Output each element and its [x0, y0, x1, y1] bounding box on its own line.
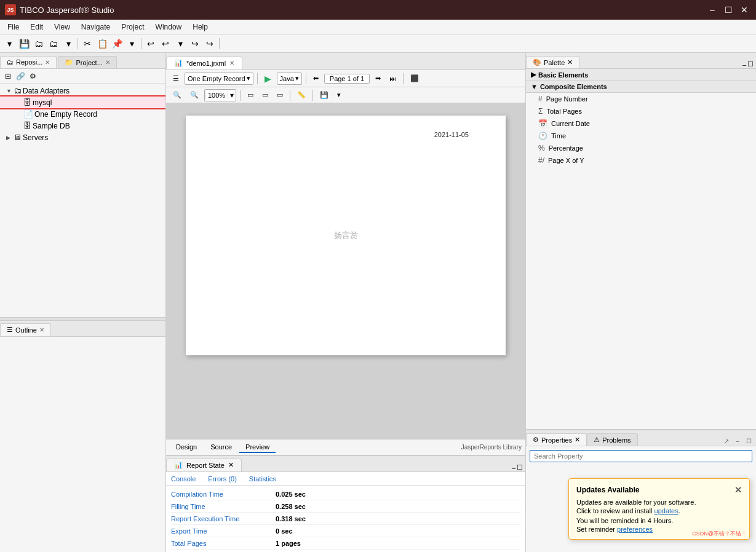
- tab-palette-close[interactable]: ✕: [567, 58, 573, 66]
- search-property-input[interactable]: [530, 450, 752, 462]
- palette-item-current-date[interactable]: 📅 Current Date: [526, 117, 756, 130]
- tab-source[interactable]: Source: [204, 442, 238, 453]
- toolbar-btn-12[interactable]: ↪: [203, 37, 217, 50]
- tab-palette[interactable]: 🎨 Palette ✕: [526, 56, 579, 68]
- link-btn[interactable]: 🔗: [15, 71, 26, 82]
- toolbar-btn-arrow[interactable]: ▾: [125, 37, 138, 50]
- toolbar-btn-11[interactable]: ↪: [188, 37, 202, 50]
- toolbar-btn-4[interactable]: 🗂: [47, 37, 60, 50]
- menu-project[interactable]: Project: [116, 22, 149, 33]
- tab-design[interactable]: Design: [170, 442, 203, 453]
- tab-project[interactable]: 📁 Project... ✕: [58, 56, 116, 68]
- rsp-maximize-btn[interactable]: ☐: [517, 463, 523, 471]
- menu-file[interactable]: File: [2, 22, 24, 33]
- palette-item-total-pages[interactable]: Σ Total Pages: [526, 105, 756, 117]
- page-layout-btn[interactable]: ☰: [170, 73, 182, 84]
- palette-item-page-number[interactable]: # Page Number: [526, 93, 756, 105]
- zoom-value: 100%: [205, 92, 228, 99]
- tab-report-state[interactable]: 📊 Report State ✕: [166, 459, 242, 471]
- subtab-errors[interactable]: Errors (0): [205, 474, 239, 484]
- menu-edit[interactable]: Edit: [25, 22, 48, 33]
- updates-close-btn[interactable]: ✕: [734, 485, 742, 495]
- dataset-dropdown[interactable]: One Empty Record ▾: [185, 73, 253, 85]
- tab-repository[interactable]: 🗂 Reposi... ✕: [0, 56, 57, 68]
- tree-item-mysql[interactable]: 🗄 mysql: [0, 97, 165, 108]
- menu-navigate[interactable]: Navigate: [76, 22, 115, 33]
- palette-maximize-btn[interactable]: ☐: [747, 60, 754, 68]
- tool-2[interactable]: ▭: [259, 90, 271, 100]
- prop-new-window-btn[interactable]: ↗: [722, 436, 731, 446]
- tab-repo-close[interactable]: ✕: [45, 59, 50, 66]
- run-btn[interactable]: ▶: [261, 73, 274, 85]
- menu-help[interactable]: Help: [188, 22, 213, 33]
- tab-preview[interactable]: Preview: [239, 442, 276, 453]
- menu-window[interactable]: Window: [151, 22, 187, 33]
- tree-item-servers[interactable]: ▶ 🖥 Servers: [0, 132, 165, 143]
- toolbar-btn-1[interactable]: ▾: [2, 37, 16, 50]
- oer-icon: 📄: [23, 109, 33, 119]
- more-btn[interactable]: ▾: [334, 90, 344, 100]
- tool-select[interactable]: ▭: [244, 90, 257, 100]
- bottom-tabs: Design Source Preview JasperReports Libr…: [166, 439, 525, 455]
- toolbar-btn-5[interactable]: ▾: [62, 37, 75, 50]
- toolbar-btn-6[interactable]: ✂: [81, 37, 94, 50]
- updates-line3: You will be reminded in 4 Hours.: [576, 517, 742, 524]
- tab-problems[interactable]: ⚠ Problems: [587, 433, 637, 446]
- tree-item-one-empty-record[interactable]: 📄 One Empty Record: [0, 108, 165, 120]
- palette-item-time[interactable]: 🕐 Time: [526, 130, 756, 142]
- preferences-link[interactable]: preferences: [617, 526, 653, 533]
- tree-item-sample-db[interactable]: 🗄 Sample DB: [0, 120, 165, 132]
- app-logo: JS: [5, 4, 16, 15]
- zoom-control[interactable]: 100% ▾: [204, 89, 236, 101]
- zoom-in-btn[interactable]: 🔍: [187, 90, 202, 100]
- nav-prev-page[interactable]: ⬅: [310, 73, 322, 84]
- toolbar-btn-10[interactable]: ↩: [159, 37, 172, 50]
- report-page: 2021-11-05 扬言赏: [186, 116, 506, 355]
- tool-3[interactable]: ▭: [274, 90, 286, 100]
- toolbar-btn-3[interactable]: 🗂: [32, 37, 46, 50]
- nav-last-page[interactable]: ⏭: [386, 74, 399, 84]
- editor-toolbar-row1: ☰ One Empty Record ▾ ▶ Java ▾ ⬅ Page 1 o…: [166, 70, 525, 87]
- dataset-dropdown-arrow: ▾: [247, 74, 250, 82]
- tree-item-data-adapters[interactable]: ▼ 🗂 Data Adapters: [0, 85, 165, 97]
- tab-outline-close[interactable]: ✕: [39, 326, 44, 333]
- toolbar-btn-save[interactable]: 💾: [17, 37, 31, 50]
- canvas-area[interactable]: 2021-11-05 扬言赏: [166, 103, 525, 439]
- tab-demo1-jrxml[interactable]: 📊 *demo1.jrxml ✕: [166, 57, 242, 69]
- nav-next-page[interactable]: ➡: [372, 73, 384, 84]
- palette-minimize-btn[interactable]: –: [742, 61, 746, 68]
- tab-properties[interactable]: ⚙ Properties ✕: [526, 433, 587, 446]
- et-sep3: [403, 73, 404, 84]
- save-icon-btn[interactable]: 💾: [317, 90, 332, 100]
- palette-section-basic[interactable]: ▶ Basic Elements: [526, 69, 756, 81]
- report-state-close[interactable]: ✕: [228, 461, 234, 469]
- toolbar-btn-8[interactable]: 📌: [110, 37, 124, 50]
- menu-view[interactable]: View: [49, 22, 75, 33]
- rsp-label-1: Filling Time: [171, 503, 276, 510]
- et2-sep3: [312, 90, 313, 101]
- rsp-minimize-btn[interactable]: –: [512, 464, 515, 471]
- palette-section-composite[interactable]: ▼ Composite Elements: [526, 81, 756, 93]
- close-button[interactable]: ✕: [738, 3, 751, 17]
- prop-maximize-btn[interactable]: ☐: [744, 436, 754, 446]
- maximize-button[interactable]: ☐: [722, 3, 735, 17]
- export-btn[interactable]: ⬛: [407, 73, 422, 84]
- minimize-button[interactable]: –: [706, 3, 719, 17]
- toolbar-btn-9[interactable]: ↩: [144, 37, 157, 50]
- subtab-statistics[interactable]: Statistics: [247, 474, 279, 484]
- updates-link[interactable]: updates: [655, 507, 678, 515]
- lang-dropdown[interactable]: Java ▾: [277, 73, 302, 85]
- settings-btn[interactable]: ⚙: [27, 71, 38, 82]
- palette-item-percentage[interactable]: % Percentage: [526, 142, 756, 154]
- palette-item-page-x-of-y[interactable]: #/ Page X of Y: [526, 154, 756, 167]
- zoom-out-btn[interactable]: 🔍: [170, 90, 185, 100]
- prop-minimize-btn[interactable]: –: [733, 436, 742, 446]
- toolbar-btn-7[interactable]: 📋: [95, 37, 109, 50]
- collapse-all-btn[interactable]: ⊟: [2, 71, 14, 82]
- subtab-console[interactable]: Console: [169, 474, 198, 484]
- tab-close-icon[interactable]: ✕: [229, 60, 234, 66]
- tab-outline[interactable]: ☰ Outline ✕: [0, 323, 51, 336]
- tab-project-close[interactable]: ✕: [105, 59, 110, 66]
- ruler-btn[interactable]: 📏: [294, 90, 309, 100]
- toolbar-btn-arrow2[interactable]: ▾: [173, 37, 187, 50]
